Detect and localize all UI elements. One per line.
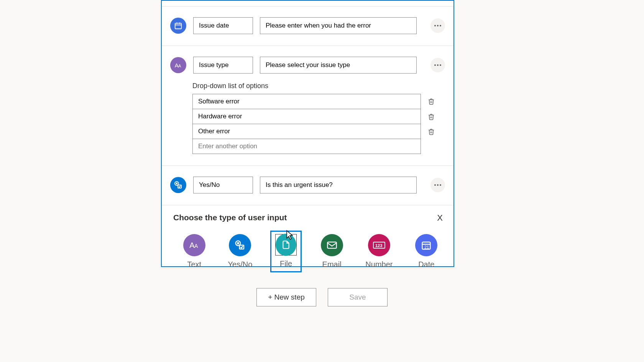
svg-point-6 xyxy=(440,25,441,26)
svg-rect-0 xyxy=(175,23,182,29)
input-row-issue-date xyxy=(162,7,453,46)
svg-point-23 xyxy=(437,184,439,186)
dropdown-option-input[interactable] xyxy=(192,109,421,124)
svg-point-11 xyxy=(440,64,441,66)
dropdown-option-input[interactable] xyxy=(192,124,421,139)
svg-text:A: A xyxy=(194,243,198,249)
dropdown-option-new-input[interactable] xyxy=(192,139,421,154)
input-type-email[interactable]: Email xyxy=(316,231,348,272)
input-row-yesno xyxy=(162,166,453,205)
svg-text:A: A xyxy=(178,64,181,68)
type-label: File xyxy=(280,259,292,268)
trigger-card: AA Drop-down list of options xyxy=(161,0,454,267)
input-description-field[interactable] xyxy=(260,17,417,34)
delete-option-button[interactable] xyxy=(425,110,438,123)
input-type-date[interactable]: 21 Date xyxy=(411,231,442,272)
row-menu-button[interactable] xyxy=(430,58,445,72)
file-icon xyxy=(276,234,296,256)
calendar-icon xyxy=(170,18,186,34)
input-description-field[interactable] xyxy=(260,177,417,193)
type-label: Yes/No xyxy=(228,260,253,269)
row-menu-button[interactable] xyxy=(430,178,445,192)
input-type-text[interactable]: AA Text xyxy=(179,231,210,272)
svg-rect-31 xyxy=(327,242,336,248)
input-type-file[interactable]: File xyxy=(270,231,302,272)
svg-text:123: 123 xyxy=(375,243,382,248)
yesno-icon xyxy=(170,177,186,193)
new-step-button[interactable]: + New step xyxy=(256,288,316,306)
input-row-issue-type: AA Drop-down list of options xyxy=(162,46,453,165)
text-icon: AA xyxy=(183,234,205,256)
svg-point-10 xyxy=(437,64,439,66)
input-name-field[interactable] xyxy=(193,17,253,34)
input-description-field[interactable] xyxy=(260,57,417,74)
svg-point-9 xyxy=(434,64,436,66)
email-icon xyxy=(321,234,343,256)
input-type-number[interactable]: 123 Number xyxy=(362,231,396,272)
number-icon: 123 xyxy=(368,234,390,256)
dropdown-options-label: Drop-down list of options xyxy=(192,82,453,90)
delete-option-button[interactable] xyxy=(425,95,438,108)
svg-point-24 xyxy=(440,184,441,186)
yesno-icon xyxy=(229,234,251,256)
chooser-close-button[interactable]: X xyxy=(437,213,443,223)
delete-option-button[interactable] xyxy=(425,125,438,138)
input-name-field[interactable] xyxy=(193,57,253,74)
svg-point-5 xyxy=(437,25,439,26)
type-label: Date xyxy=(418,260,434,269)
type-label: Email xyxy=(322,260,342,269)
svg-point-4 xyxy=(434,25,436,26)
svg-text:21: 21 xyxy=(425,245,429,249)
input-type-chooser: Choose the type of user input X AA Text … xyxy=(162,205,453,281)
text-icon: AA xyxy=(170,57,186,73)
type-label: Number xyxy=(365,260,393,269)
type-label: Text xyxy=(187,260,201,269)
calendar-icon: 21 xyxy=(415,234,437,256)
dropdown-option-input[interactable] xyxy=(192,94,421,109)
input-name-field[interactable] xyxy=(193,177,253,193)
chooser-title: Choose the type of user input xyxy=(173,213,442,222)
svg-point-22 xyxy=(434,184,436,186)
input-type-yesno[interactable]: Yes/No xyxy=(225,231,256,272)
save-button[interactable]: Save xyxy=(328,288,388,306)
row-menu-button[interactable] xyxy=(430,18,445,33)
